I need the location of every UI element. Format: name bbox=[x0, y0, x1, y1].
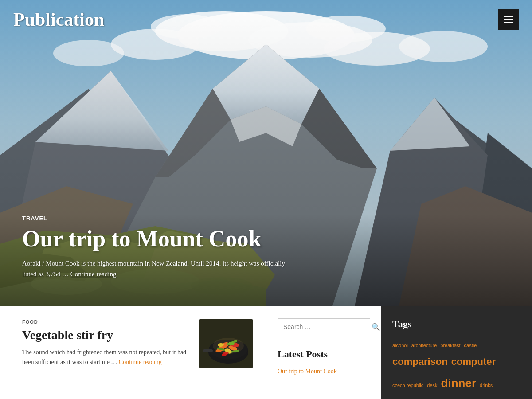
post-text: FOOD Vegetable stir fry The sound which … bbox=[22, 319, 191, 368]
post-title[interactable]: Vegetable stir fry bbox=[22, 328, 191, 342]
middle-column: 🔍 Latest Posts Our trip to Mount Cook bbox=[266, 306, 381, 399]
post-continue-reading-link[interactable]: Continue reading bbox=[119, 359, 162, 365]
menu-button[interactable] bbox=[498, 9, 519, 30]
tag-drinks[interactable]: drinks bbox=[480, 383, 493, 388]
hero-title: Our trip to Mount Cook bbox=[22, 226, 288, 251]
tag-breakfast[interactable]: breakfast bbox=[440, 343, 460, 348]
posts-column: FOOD Vegetable stir fry The sound which … bbox=[0, 306, 266, 399]
tags-cloud: alcohol architecture breakfast castle co… bbox=[392, 338, 521, 399]
post-category: FOOD bbox=[22, 319, 191, 325]
menu-icon-line1 bbox=[504, 16, 513, 17]
tag-dinner[interactable]: dinner bbox=[441, 376, 476, 390]
search-box: 🔍 bbox=[278, 318, 370, 335]
search-icon: 🔍 bbox=[372, 323, 380, 331]
latest-posts-section: Latest Posts Our trip to Mount Cook bbox=[278, 348, 370, 376]
site-title[interactable]: Publication bbox=[13, 9, 104, 30]
latest-posts-title: Latest Posts bbox=[278, 348, 370, 360]
hero-continue-reading-link[interactable]: Continue reading bbox=[70, 270, 117, 278]
post-card: FOOD Vegetable stir fry The sound which … bbox=[22, 319, 253, 368]
menu-icon-line3 bbox=[504, 22, 513, 23]
svg-rect-48 bbox=[203, 349, 213, 352]
main-content: FOOD Vegetable stir fry The sound which … bbox=[0, 306, 532, 399]
tags-title: Tags bbox=[392, 318, 521, 330]
search-input[interactable] bbox=[278, 319, 366, 335]
tag-computer[interactable]: computer bbox=[451, 356, 496, 367]
tag-alcohol[interactable]: alcohol bbox=[392, 343, 408, 348]
tags-column: Tags alcohol architecture breakfast cast… bbox=[381, 306, 532, 399]
tag-comparison[interactable]: comparison bbox=[392, 356, 448, 367]
hero-excerpt: Aoraki / Mount Cook is the highest mount… bbox=[22, 258, 288, 279]
hero-category: TRAVEL bbox=[22, 215, 288, 222]
hero-content: TRAVEL Our trip to Mount Cook Aoraki / M… bbox=[22, 215, 288, 279]
post-excerpt: The sound which had frightened them was … bbox=[22, 348, 191, 368]
tag-desk[interactable]: desk bbox=[427, 383, 437, 388]
menu-icon-line2 bbox=[504, 19, 513, 20]
latest-post-link-1[interactable]: Our trip to Mount Cook bbox=[278, 367, 370, 376]
header-bar: Publication bbox=[0, 0, 532, 39]
tag-czech-republic[interactable]: czech republic bbox=[392, 383, 423, 388]
svg-point-47 bbox=[213, 338, 244, 354]
post-thumbnail bbox=[200, 319, 253, 368]
hero-section: Publication TRAVEL Our trip to Mount Coo… bbox=[0, 0, 532, 306]
tag-castle[interactable]: castle bbox=[464, 343, 477, 348]
tag-architecture[interactable]: architecture bbox=[411, 343, 437, 348]
